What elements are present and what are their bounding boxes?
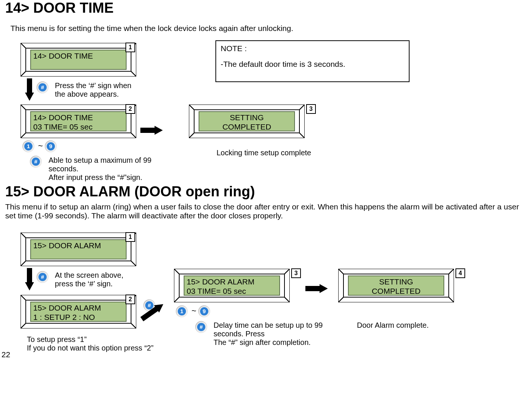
lcd-screen: 15> DOOR ALARM 03 TIME= 05 sec: [184, 275, 280, 296]
step-badge-15-3: 3: [291, 268, 301, 278]
hash-key-15-3: #: [195, 320, 208, 334]
lcd-screen: 14> DOOR TIME: [30, 50, 127, 70]
step15-3-help: Delay time can be setup up to 99 seconds…: [214, 321, 329, 347]
step15-1-press-text: At the screen above, press the ‘#’ sign.: [55, 271, 141, 288]
step14-3-caption: Locking time setup complete: [217, 149, 311, 157]
lcd-step15-4: SETTING COMPLETED: [338, 269, 454, 302]
tilde-icon: ~: [192, 306, 196, 316]
svg-marker-24: [338, 269, 454, 274]
help-line1: Able to setup a maximum of 99 seconds.: [49, 156, 157, 173]
svg-marker-26: [338, 297, 454, 302]
note-body: -The default door time is 3 seconds.: [221, 60, 404, 69]
svg-marker-0: [21, 43, 136, 48]
digit-9-icon: 9: [44, 140, 57, 153]
hash-key-15-1: #: [36, 270, 49, 284]
note-title: NOTE :: [221, 44, 404, 53]
section15-title: 15> DOOR ALARM (DOOR open ring): [5, 184, 255, 200]
digit-range-15-high: 9: [197, 305, 211, 318]
help-line2: If you do not want this option press “2”: [27, 344, 154, 352]
lcd-line1: 15> DOOR ALARM: [33, 241, 124, 250]
section15-intro: This menu if to setup an alarm (ring) wh…: [5, 202, 528, 220]
lcd-screen: 15> DOOR ALARM: [30, 239, 127, 259]
lcd-line1: SETTING: [351, 277, 441, 286]
svg-marker-20: [174, 269, 290, 274]
svg-marker-2: [21, 71, 136, 77]
section14-intro: This menu is for setting the time when t…: [10, 24, 293, 33]
digit-range: 1: [22, 140, 35, 153]
help-line1: Delay time can be setup up to 99 seconds…: [214, 321, 329, 338]
step15-4-caption: Door Alarm complete.: [357, 321, 429, 330]
lcd-step15-1: 15> DOOR ALARM: [21, 233, 136, 266]
step-badge-14-3: 3: [306, 104, 316, 114]
arrow-down-icon: [25, 282, 34, 290]
step-badge-15-4: 4: [455, 268, 465, 278]
lcd-line1: 15> DOOR ALARM: [187, 277, 277, 286]
lcd-line1: SETTING: [202, 113, 292, 122]
lcd-screen: SETTING COMPLETED: [348, 275, 444, 296]
lcd-line2: COMPLETED: [202, 122, 292, 131]
lcd-screen: SETTING COMPLETED: [199, 111, 295, 131]
arrow-stem: [140, 128, 155, 133]
lcd-line2: 1 : SETUP 2 : NO: [33, 312, 124, 322]
step14-1-press-text: Press the ‘#’ sign when the above appear…: [55, 81, 141, 99]
help-line2: The “#” sign after completion.: [214, 338, 329, 347]
lcd-line1: 15> DOOR ALARM: [33, 303, 124, 312]
svg-marker-8: [189, 105, 305, 110]
step-badge-15-2: 2: [125, 295, 135, 304]
step-badge-14-1: 1: [125, 43, 135, 52]
svg-marker-14: [21, 261, 136, 266]
svg-marker-6: [21, 133, 136, 138]
arrow-stem: [27, 78, 32, 93]
step15-2-help: To setup press “1” If you do not want th…: [27, 335, 154, 352]
section14-title: 14> DOOR TIME: [5, 0, 113, 16]
help-line1: To setup press “1”: [27, 335, 154, 344]
arrow-stem: [27, 268, 32, 283]
arrow-right-icon: [320, 284, 328, 293]
digit-1-icon: 1: [22, 140, 35, 153]
step14-2-help: Able to setup a maximum of 99 seconds. A…: [49, 156, 157, 182]
svg-marker-27: [338, 269, 343, 302]
svg-marker-7: [21, 105, 26, 138]
hash-key-icon: #: [36, 81, 49, 94]
svg-marker-12: [21, 233, 136, 238]
lcd-step15-3: 15> DOOR ALARM 03 TIME= 05 sec: [174, 269, 290, 302]
svg-marker-19: [21, 295, 26, 329]
svg-marker-22: [174, 297, 290, 302]
hash-key-icon: #: [29, 155, 43, 168]
hash-key-icon: #: [195, 320, 208, 334]
hash-key-2: #: [29, 155, 43, 168]
arrow-stem: [305, 286, 320, 291]
svg-marker-15: [21, 233, 26, 266]
lcd-screen: 15> DOOR ALARM 1 : SETUP 2 : NO: [30, 302, 127, 322]
svg-marker-10: [189, 133, 305, 138]
lcd-step15-2: 15> DOOR ALARM 1 : SETUP 2 : NO: [21, 295, 136, 329]
arrow-down-icon: [25, 93, 34, 101]
svg-marker-18: [21, 323, 136, 329]
tilde-icon: ~: [38, 141, 43, 151]
lcd-line1: 14> DOOR TIME: [33, 51, 124, 60]
digit-range-high: 9: [44, 140, 57, 153]
svg-marker-25: [449, 269, 454, 302]
page-number: 22: [1, 350, 10, 359]
arrow-right-icon: [155, 126, 163, 135]
page: 14> DOOR TIME This menu is for setting t…: [0, 0, 532, 411]
digit-range-15: 1: [175, 305, 189, 318]
svg-marker-21: [284, 269, 290, 302]
svg-marker-9: [299, 105, 305, 138]
lcd-line1: 14> DOOR TIME: [33, 113, 124, 122]
lcd-step14-2: 14> DOOR TIME 03 TIME= 05 sec: [21, 105, 136, 138]
svg-marker-23: [174, 269, 179, 302]
lcd-line2: 03 TIME= 05 sec: [187, 286, 277, 296]
hash-key-1: #: [36, 81, 49, 94]
digit-9-icon: 9: [197, 305, 211, 318]
digit-1-icon: 1: [175, 305, 189, 318]
svg-marker-11: [189, 105, 194, 138]
lcd-line2: COMPLETED: [351, 286, 441, 296]
svg-marker-3: [21, 43, 26, 77]
lcd-step14-1: 14> DOOR TIME: [21, 43, 136, 77]
hash-key-icon: #: [36, 270, 49, 284]
step-badge-15-1: 1: [125, 232, 135, 242]
lcd-line2: 03 TIME= 05 sec: [33, 122, 124, 131]
svg-marker-16: [21, 295, 136, 300]
step-badge-14-2: 2: [125, 104, 135, 114]
